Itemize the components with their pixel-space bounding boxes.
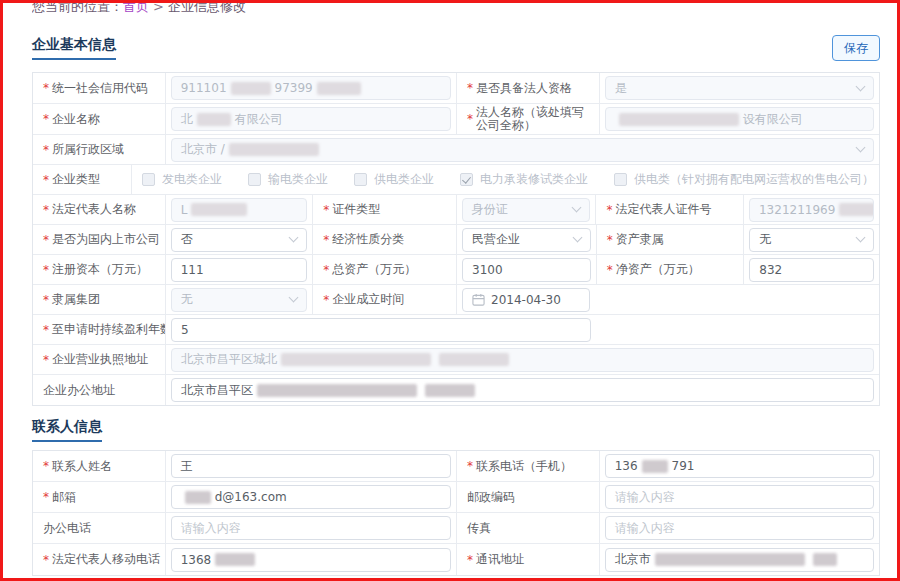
save-button[interactable]: 保存 — [832, 35, 880, 61]
rep-cert-no-label: *法定代表人证件号 — [596, 195, 744, 224]
postcode-label: 邮政编码 — [457, 482, 600, 512]
company-type-label: *企业类型 — [33, 165, 132, 194]
region-label: *所属行政区域 — [33, 135, 166, 164]
table-row: 办公电话 请输入内容 传真 请输入内容 — [33, 513, 879, 544]
table-row: *法定代表人名称 L *证件类型 身份证 *法定代表人证件号 132121196… — [33, 195, 879, 225]
checkbox — [248, 173, 261, 186]
chevron-down-icon — [572, 233, 582, 243]
company-type-options: 发电类企业 输电类企业 供电类企业 电力承装修试类企业 供电类（针对拥有配电网运… — [137, 171, 874, 188]
cert-type-label: *证件类型 — [313, 195, 457, 224]
founded-date-label: *企业成立时间 — [313, 285, 457, 314]
checkbox-option: 输电类企业 — [248, 171, 328, 188]
redaction-patch — [191, 203, 247, 216]
table-row: *企业类型 发电类企业 输电类企业 供电类企业 电力承装修试类企业 供电类（针对… — [33, 165, 879, 195]
basic-section-title: 企业基本信息 — [32, 36, 116, 60]
chevron-down-icon — [856, 233, 866, 243]
chevron-down-icon — [572, 203, 582, 213]
legal-qualified-label: *是否具备法人资格 — [457, 73, 600, 103]
checkbox-option: 供电类企业 — [354, 171, 434, 188]
redaction-patch — [839, 203, 874, 216]
breadcrumb-home-link[interactable]: 首页 — [123, 3, 149, 14]
checkbox-option: 供电类（针对拥有配电网运营权的售电公司） — [614, 171, 874, 188]
cert-type-select: 身份证 — [462, 198, 591, 222]
group-select: 无 — [171, 288, 308, 312]
reg-capital-label: *注册资本（万元） — [33, 255, 166, 284]
license-address-label: *企业营业执照地址 — [33, 345, 166, 374]
chevron-down-icon — [289, 293, 299, 303]
email-input[interactable]: d@163.com — [171, 485, 451, 509]
contact-info-table: *联系人姓名 王 *联系电话（手机） 136791 *邮箱 d@163.com … — [32, 450, 880, 576]
fax-label: 传真 — [457, 513, 600, 543]
chevron-down-icon — [289, 233, 299, 243]
mailing-address-input[interactable]: 北京市 — [605, 548, 874, 572]
total-assets-label: *总资产（万元） — [313, 255, 457, 284]
office-address-input[interactable]: 北京市昌平区 — [171, 378, 874, 402]
redaction-patch — [813, 553, 837, 566]
table-row: *至申请时持续盈利年数 5 — [33, 315, 879, 345]
mobile-input[interactable]: 136791 — [605, 454, 874, 478]
legal-person-name-label: *法人名称（该处填写公司全称） — [457, 104, 600, 134]
mobile-label: *联系电话（手机） — [457, 451, 600, 481]
redaction-patch — [197, 113, 231, 126]
contact-name-label: *联系人姓名 — [33, 451, 166, 481]
table-row: *法定代表人移动电话 1368 *通讯地址 北京市 — [33, 544, 879, 575]
contact-name-input[interactable]: 王 — [171, 454, 451, 478]
rep-name-input: L — [171, 198, 308, 222]
calendar-icon — [472, 293, 485, 306]
redaction-patch — [439, 353, 509, 366]
table-row: *企业名称 北有限公司 *法人名称（该处填写公司全称） 设有限公司 — [33, 104, 879, 135]
contact-section-title: 联系人信息 — [32, 418, 102, 442]
license-address-input: 北京市昌平区城北 — [171, 348, 874, 372]
domestic-listed-select[interactable]: 否 — [171, 228, 308, 252]
postcode-input[interactable]: 请输入内容 — [605, 485, 874, 509]
credit-code-input: 91110197399 — [171, 76, 451, 100]
table-row: *所属行政区域 北京市 / — [33, 135, 879, 165]
legal-person-name-input: 设有限公司 — [605, 107, 874, 131]
chevron-down-icon — [856, 81, 866, 91]
fax-input[interactable]: 请输入内容 — [605, 516, 874, 540]
office-tel-label: 办公电话 — [33, 513, 166, 543]
redaction-patch — [642, 460, 668, 473]
checkbox-option: 发电类企业 — [142, 171, 222, 188]
asset-affiliation-select[interactable]: 无 — [749, 228, 874, 252]
total-assets-input[interactable]: 3100 — [462, 258, 591, 282]
profit-years-input[interactable]: 5 — [171, 318, 591, 342]
net-assets-input[interactable]: 832 — [749, 258, 874, 282]
table-row: *注册资本（万元） 111 *总资产（万元） 3100 *净资产（万元） 832 — [33, 255, 879, 285]
profit-years-label: *至申请时持续盈利年数 — [33, 315, 166, 344]
mailing-address-label: *通讯地址 — [457, 544, 600, 575]
group-label: *隶属集团 — [33, 285, 166, 314]
breadcrumb-prefix: 您当前的位置： — [32, 3, 123, 14]
company-name-label: *企业名称 — [33, 104, 166, 134]
office-address-label: 企业办公地址 — [33, 375, 166, 405]
reg-capital-input[interactable]: 111 — [171, 258, 308, 282]
rep-mobile-input[interactable]: 1368 — [171, 548, 451, 572]
table-row: *邮箱 d@163.com 邮政编码 请输入内容 — [33, 482, 879, 513]
checkbox-checked — [460, 173, 473, 186]
table-row: *统一社会信用代码 91110197399 *是否具备法人资格 是 — [33, 73, 879, 104]
credit-code-label: *统一社会信用代码 — [33, 73, 166, 103]
table-row: *联系人姓名 王 *联系电话（手机） 136791 — [33, 451, 879, 482]
redaction-patch — [317, 82, 361, 95]
checkbox — [142, 173, 155, 186]
company-name-input: 北有限公司 — [171, 107, 451, 131]
founded-date-input[interactable]: 2014-04-30 — [462, 288, 590, 312]
breadcrumb-current: 企业信息修改 — [168, 3, 246, 14]
redaction-patch — [619, 113, 739, 126]
breadcrumb-separator: > — [153, 3, 164, 14]
economic-class-select[interactable]: 民营企业 — [462, 228, 591, 252]
checkbox-option: 电力承装修试类企业 — [460, 171, 588, 188]
table-row: 企业办公地址 北京市昌平区 — [33, 375, 879, 405]
legal-qualified-select: 是 — [605, 76, 874, 100]
office-tel-input[interactable]: 请输入内容 — [171, 516, 451, 540]
redaction-patch — [229, 143, 319, 156]
rep-mobile-label: *法定代表人移动电话 — [33, 544, 166, 575]
redaction-patch — [425, 384, 475, 397]
economic-class-label: *经济性质分类 — [313, 225, 457, 254]
table-row: *企业营业执照地址 北京市昌平区城北 — [33, 345, 879, 375]
redaction-patch — [185, 491, 211, 504]
checkbox — [354, 173, 367, 186]
email-label: *邮箱 — [33, 482, 166, 512]
table-row: *隶属集团 无 *企业成立时间 2014-04-30 — [33, 285, 879, 315]
region-select: 北京市 / — [171, 138, 874, 162]
